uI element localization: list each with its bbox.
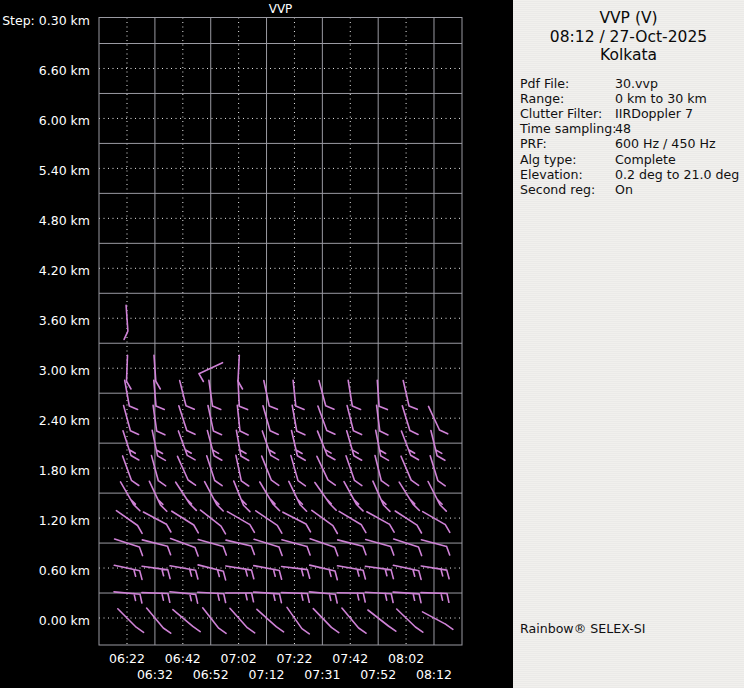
wind-barb <box>342 608 366 633</box>
param-label: Pdf File: <box>520 76 615 91</box>
wind-barb <box>142 566 170 578</box>
wind-barb <box>347 431 362 461</box>
wind-barb <box>397 609 423 632</box>
wind-barb <box>394 539 422 556</box>
param-value: 0.2 deg to 21.0 deg <box>615 167 739 182</box>
height-axis-label: 0.00 km <box>0 613 90 628</box>
height-axis-label: 2.40 km <box>0 413 90 428</box>
wind-barb <box>226 540 254 554</box>
wind-barb <box>347 406 362 435</box>
param-value: 48 <box>615 121 631 136</box>
wind-barb <box>226 593 254 602</box>
wind-barb <box>142 593 170 603</box>
wind-barb <box>114 592 142 603</box>
wind-barb <box>198 592 226 602</box>
wind-barb <box>207 431 222 461</box>
wind-barb <box>315 483 336 511</box>
wind-barb <box>147 608 171 633</box>
wind-barb <box>337 593 365 602</box>
wind-barb <box>291 456 306 486</box>
param-value: 600 Hz / 450 Hz <box>615 136 716 151</box>
wind-barb <box>338 540 366 555</box>
wind-barb <box>430 456 445 486</box>
wind-barb <box>262 456 279 485</box>
wind-barb <box>309 592 337 603</box>
wind-barb <box>116 511 142 534</box>
time-axis-label: 07:52 <box>360 667 396 682</box>
param-value: Complete <box>615 152 676 167</box>
wind-barb <box>312 510 338 533</box>
param-value: On <box>615 182 633 197</box>
wind-barb <box>318 431 336 460</box>
wind-barb <box>367 512 394 532</box>
wind-barb <box>254 592 282 603</box>
param-row: Time sampling:48 <box>520 121 744 136</box>
param-row: PRF:600 Hz / 450 Hz <box>520 136 744 151</box>
wind-barb <box>282 540 310 555</box>
wind-barb <box>171 539 199 556</box>
vvp-application-window: VVP Step: 0.30 km 6.60 km6.00 km5.40 km4… <box>0 0 744 688</box>
wind-barb <box>207 456 222 486</box>
wind-barb <box>260 482 280 511</box>
wind-barb <box>282 567 310 579</box>
wind-barb <box>338 566 366 579</box>
param-value: 0 km to 30 km <box>615 91 707 106</box>
param-label: Elevation: <box>520 167 615 182</box>
wind-barb <box>431 431 445 461</box>
wind-barb <box>421 566 449 579</box>
wind-barb <box>421 593 449 603</box>
info-panel: VVP (V) 08:12 / 27-Oct-2025 Kolkata Pdf … <box>513 0 744 688</box>
wind-barb <box>318 406 335 434</box>
wind-barb <box>401 456 419 485</box>
chart-title: VVP <box>99 2 462 16</box>
time-axis-label: 06:22 <box>109 651 145 666</box>
param-label: Clutter Filter: <box>520 106 615 121</box>
height-axis-label: 6.00 km <box>0 113 90 128</box>
time-axis-label: 07:31 <box>304 667 340 682</box>
wind-barb <box>172 511 199 533</box>
param-label: Range: <box>520 91 615 106</box>
wind-barb <box>365 592 393 602</box>
time-axis-label: 06:52 <box>193 667 229 682</box>
wind-barb <box>201 510 226 534</box>
time-axis-label: 07:02 <box>221 651 257 666</box>
wind-barb <box>423 612 453 629</box>
height-axis-label: 1.80 km <box>0 463 90 478</box>
wind-barb <box>254 539 282 555</box>
param-value: 30.vvp <box>615 76 658 91</box>
product-datetime: 08:12 / 27-Oct-2025 <box>513 28 744 47</box>
wind-barb <box>123 431 139 460</box>
wind-barb <box>393 592 421 603</box>
chart-canvas <box>0 0 513 688</box>
param-label: Second reg: <box>520 182 615 197</box>
wind-barb <box>403 381 417 410</box>
wind-barb <box>289 481 307 511</box>
param-label: PRF: <box>520 136 615 151</box>
time-axis-label: 07:42 <box>332 651 368 666</box>
product-title: VVP (V) <box>513 9 744 28</box>
wind-barb <box>114 565 142 579</box>
wind-barb <box>123 456 139 486</box>
time-axis-label: 07:22 <box>276 651 312 666</box>
wind-barb <box>344 482 363 511</box>
wind-barb <box>429 406 448 433</box>
wind-barb <box>198 565 226 580</box>
wind-barb <box>395 511 421 533</box>
site-name: Kolkata <box>513 46 744 65</box>
branding-label: Rainbow® SELEX-SI <box>520 621 645 636</box>
time-axis-label: 08:12 <box>416 667 452 682</box>
wind-barb <box>401 431 418 460</box>
wind-barb <box>428 482 446 512</box>
wind-barb <box>198 540 226 556</box>
wind-barb <box>402 406 418 435</box>
wind-barb <box>393 565 421 579</box>
wind-barb <box>339 511 366 532</box>
param-row: Pdf File:30.vvp <box>520 76 744 91</box>
vvp-wind-profile-chart: VVP Step: 0.30 km 6.60 km6.00 km5.40 km4… <box>0 0 513 688</box>
wind-barb <box>203 608 226 634</box>
wind-barb <box>254 566 282 580</box>
wind-barb <box>118 609 144 633</box>
wind-barb <box>421 540 449 555</box>
wind-barb <box>310 539 338 556</box>
param-row: Clutter Filter:IIRDoppler 7 <box>520 106 744 121</box>
